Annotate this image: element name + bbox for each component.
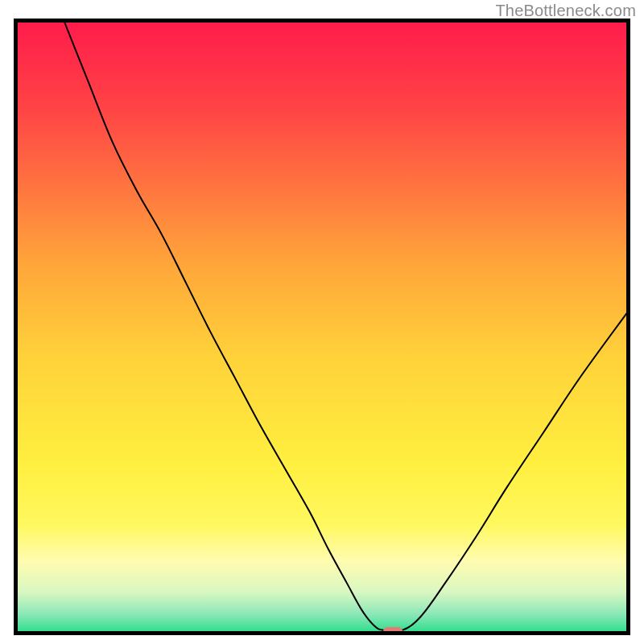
chart-container: TheBottleneck.com	[0, 0, 644, 644]
plot-area	[14, 19, 630, 635]
chart-svg	[14, 19, 630, 635]
watermark-text: TheBottleneck.com	[495, 2, 636, 20]
chart-background	[14, 19, 630, 635]
